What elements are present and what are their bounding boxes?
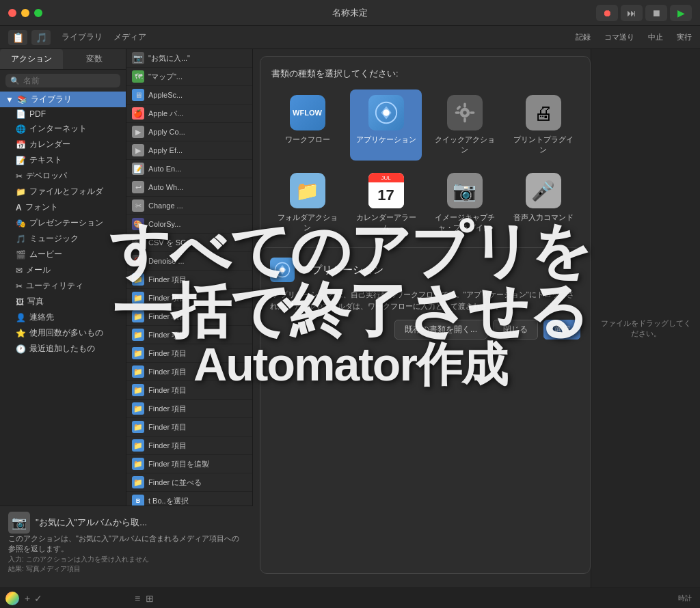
action-item-apply-ef[interactable]: ▶ Apply Ef...: [126, 141, 252, 160]
action-icon: 📁: [132, 402, 144, 415]
tree-item-presentation[interactable]: 🎭 プレゼンテーション: [0, 215, 126, 231]
action-item-finder7[interactable]: 📁 Finder 項目: [126, 381, 252, 400]
toolbar2-right-actions: 記録 コマ送り 中止 実行: [576, 32, 692, 42]
action-item-change[interactable]: ✂ Change ...: [126, 197, 252, 215]
action-item-finder9[interactable]: 📁 Finder 項目: [126, 418, 252, 437]
tree-item-library[interactable]: ▼ 📚 ライブラリ: [0, 92, 126, 107]
workflow-icon: WFLOW: [290, 95, 325, 130]
category-workflow[interactable]: WFLOW ワークフロー: [271, 89, 343, 161]
bottom-action-desc: このアクションは、"お気に入"アルバムに含まれるメディア項目への参照を返します。: [8, 534, 245, 555]
tree-item-developer[interactable]: ✂ デベロッパ: [0, 168, 126, 184]
tree-item-music[interactable]: 🎵 ミュージック: [0, 231, 126, 247]
action-item-finder2[interactable]: 📁 Finder 項目: [126, 289, 252, 307]
action-item-finder4[interactable]: 📁 Finder 項目: [126, 326, 252, 344]
action-item-apply-co[interactable]: ▶ Apply Co...: [126, 123, 252, 141]
action-item-colorsy[interactable]: 🎨 ColorSy...: [126, 215, 252, 234]
select-button[interactable]: 選択: [543, 320, 580, 340]
action-label: Denoise ...: [148, 257, 185, 265]
step-label[interactable]: コマ送り: [604, 32, 634, 42]
presentation-icon: 🎭: [16, 219, 26, 228]
svg-rect-7: [470, 111, 474, 114]
category-quick-action[interactable]: クイックアクション: [429, 89, 500, 161]
category-application[interactable]: アプリケーション: [350, 89, 422, 161]
tree-item-contacts[interactable]: 👤 連絡先: [0, 309, 126, 325]
tab-variables[interactable]: 変数: [63, 49, 126, 69]
drag-hint-text: ファイルをドラッグしてください。: [598, 318, 693, 339]
action-item-finder10[interactable]: 📁 Finder 項目: [126, 437, 252, 455]
action-item-csv[interactable]: ✂ CSV を SC...: [126, 234, 252, 252]
step-button[interactable]: ⏭: [621, 5, 643, 21]
add-action-button[interactable]: +: [25, 593, 30, 604]
action-label: Auto Wh...: [148, 183, 183, 191]
tab-actions[interactable]: アクション: [0, 49, 63, 69]
movie-icon: 🎬: [16, 250, 26, 260]
stop-button[interactable]: ⏹: [645, 5, 667, 21]
action-item-apple-pa[interactable]: 🍎 Apple パ...: [126, 105, 252, 123]
stop-label[interactable]: 中止: [648, 32, 663, 42]
tree-item-frequent[interactable]: ⭐ 使用回数が多いもの: [0, 325, 126, 341]
fullscreen-button[interactable]: [34, 9, 42, 17]
category-label: クイックアクション: [431, 135, 498, 155]
action-label: "マップ"...: [148, 72, 183, 82]
action-item-favorites[interactable]: 📷 "お気に入...": [126, 49, 252, 68]
tree-item-text[interactable]: 📝 テキスト: [0, 152, 126, 168]
action-item-applescript[interactable]: 🖥 AppleSc...: [126, 86, 252, 105]
developer-icon: ✂: [16, 171, 23, 181]
action-item-denoise[interactable]: 🔇 Denoise ...: [126, 252, 252, 271]
action-item-finder1[interactable]: 📁 Finder 項目: [126, 271, 252, 289]
remove-action-button[interactable]: ✓: [34, 593, 42, 604]
search-input[interactable]: [23, 76, 116, 85]
action-item-finder3[interactable]: 📁 Finder 項目: [126, 307, 252, 326]
action-item-auto-en[interactable]: 📝 Auto En...: [126, 160, 252, 178]
grid-view-icon[interactable]: ⊞: [146, 593, 154, 604]
close-modal-button[interactable]: 閉じる: [493, 320, 538, 340]
open-existing-button[interactable]: 既存の書類を開く...: [394, 320, 487, 340]
action-item-finder5[interactable]: 📁 Finder 項目: [126, 344, 252, 363]
record-button[interactable]: ⏺: [596, 5, 618, 21]
category-image-capture[interactable]: 📷 イメージキャプチャ・プラグイン: [429, 167, 500, 238]
window-title: 名称未定: [332, 7, 368, 19]
category-label: フォルダアクション: [274, 212, 340, 233]
category-modal-title: 書類の種類を選択してください:: [271, 68, 579, 80]
category-label: 音声入力コマンド: [513, 212, 574, 223]
action-item-finder8[interactable]: 📁 Finder 項目: [126, 400, 252, 418]
run-label[interactable]: 実行: [677, 32, 692, 42]
tree-item-photos[interactable]: 🖼 写真: [0, 294, 126, 309]
action-icon: 🔇: [132, 255, 144, 267]
tree-item-mail[interactable]: ✉ メール: [0, 262, 126, 278]
library-view-button[interactable]: 📋: [8, 30, 27, 45]
action-label: Apply Ef...: [148, 146, 183, 154]
action-item-auto-wh[interactable]: ↩ Auto Wh...: [126, 178, 252, 197]
run-button[interactable]: ▶: [670, 5, 692, 21]
action-item-maps[interactable]: 🗺 "マップ"...: [126, 68, 252, 86]
minimize-button[interactable]: [21, 9, 29, 17]
tree-arrow-icon: ▼: [5, 95, 14, 105]
tree-label: テキスト: [29, 154, 62, 166]
tree-item-movies[interactable]: 🎬 ムービー: [0, 247, 126, 262]
record-label[interactable]: 記録: [576, 32, 591, 42]
action-item-finder-copy[interactable]: 📁 Finder 項目を追製: [126, 455, 252, 473]
tree-item-pdf[interactable]: 📄 PDF: [0, 107, 126, 121]
tree-item-calendar[interactable]: 📅 カレンダー: [0, 137, 126, 152]
action-item-finder6[interactable]: 📁 Finder 項目: [126, 363, 252, 381]
category-voice-command[interactable]: 🎤 音声入力コマンド: [507, 167, 579, 238]
media-view-button[interactable]: 🎵: [31, 30, 51, 45]
category-calendar-alarm[interactable]: JUL 17 カレンダーアラーム: [350, 167, 422, 238]
category-grid: WFLOW ワークフロー アプリケーション: [271, 89, 579, 238]
close-button[interactable]: [8, 9, 16, 17]
desc-modal-footer: 既存の書類を開く... 閉じる 選択: [270, 320, 580, 340]
svg-point-1: [383, 109, 390, 116]
action-icon: 📁: [132, 421, 144, 433]
mail-icon: ✉: [16, 266, 23, 275]
tree-item-recent[interactable]: 🕐 最近追加したもの: [0, 341, 126, 357]
list-view-icon[interactable]: ≡: [135, 593, 140, 604]
action-icon: 📁: [132, 347, 144, 359]
tree-item-internet[interactable]: 🌐 インターネット: [0, 121, 126, 137]
tree-item-files[interactable]: 📁 ファイルとフォルダ: [0, 184, 126, 199]
library-label: ライブラリ: [62, 31, 103, 43]
action-item-finder-sort[interactable]: 📁 Finder に並べる: [126, 473, 252, 492]
tree-item-utilities[interactable]: ✂ ユーティリティ: [0, 278, 126, 294]
category-print-plugin[interactable]: 🖨 プリントプラグイン: [507, 89, 579, 161]
category-folder-action[interactable]: 📁 フォルダアクション: [271, 167, 343, 238]
tree-item-fonts[interactable]: A フォント: [0, 199, 126, 215]
